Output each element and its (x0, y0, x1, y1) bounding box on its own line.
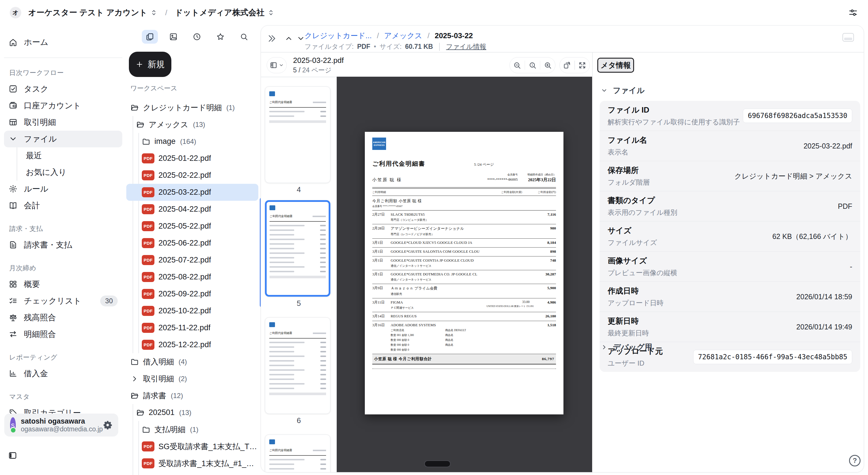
tree-item-label: 借入明細 (143, 357, 174, 367)
tree-file[interactable]: PDF2025-10-22.pdf (126, 302, 258, 319)
metadata-section-debug[interactable]: デバッグ用 (601, 342, 652, 352)
sidebar-item-ルール[interactable]: ルール (4, 181, 122, 197)
meta-value[interactable]: 696768f69826adca5a153530 (743, 109, 852, 123)
tree-folder[interactable]: クレジットカード明細(1) (126, 99, 258, 116)
mini-preview-icon[interactable] (842, 33, 854, 42)
breadcrumb-folder[interactable]: クレジットカード... (305, 31, 372, 41)
tree-file[interactable]: PDF2025-08-22.pdf (126, 269, 258, 286)
tree-folder[interactable]: image(164) (126, 133, 258, 150)
tree-folder[interactable]: 借入明細(4) (126, 353, 258, 370)
rotate-button[interactable] (560, 57, 575, 73)
sidebar-item-最近[interactable]: 最近 (4, 147, 122, 164)
workspace-avatar[interactable]: オ (10, 7, 21, 19)
sidebar-item-お気に入り[interactable]: お気に入り (4, 164, 122, 181)
statement-amount: 30,287 (530, 272, 556, 276)
sidebar-item-概要[interactable]: 概要 (4, 276, 122, 293)
tree-file[interactable]: PDF受取請求書_1末支払_#1_遅... (126, 455, 258, 472)
metadata-section-file[interactable]: ファイル (601, 85, 645, 96)
tree-file[interactable]: PDFSG受取請求書_1末支払_TN C... (126, 438, 258, 455)
breadcrumb-current: 2025-03-22 (435, 31, 473, 40)
file-info-link[interactable]: ファイル情報 (446, 42, 486, 51)
help-button[interactable]: ? (849, 455, 861, 466)
tree-file[interactable]: PDF2025-12-22.pdf (126, 336, 258, 353)
new-button-label: 新規 (148, 59, 165, 70)
workspace-selector-icon[interactable] (150, 9, 158, 17)
home-icon (9, 38, 18, 47)
sidebar-item-home[interactable]: ホーム (4, 34, 122, 51)
nav-section-label: マスタ (9, 392, 126, 401)
recent-clock-icon[interactable] (189, 30, 205, 43)
sidebar-item-ファイル[interactable]: ファイル (4, 131, 122, 147)
statement-date: 3月9日 (372, 286, 391, 291)
sidebar-item-口座アカウント[interactable]: 口座アカウント (4, 97, 122, 114)
tree-folder[interactable]: 請求書(12) (126, 387, 258, 404)
user-settings-gear-icon[interactable] (103, 420, 113, 430)
meta-row-labels: 作成日時アップロード日時 (608, 282, 663, 311)
favorites-star-icon[interactable] (212, 30, 228, 43)
sidebar-item-借入金[interactable]: 借入金 (4, 365, 122, 382)
collapse-double-chevron-icon[interactable] (267, 34, 276, 43)
tree-folder[interactable]: 支払明細(1) (126, 421, 258, 438)
tree-folder[interactable]: 202501(13) (126, 404, 258, 421)
tree-folder[interactable]: アメックス(13) (126, 116, 258, 133)
sidebar-item-請求書・支払[interactable]: 請求書・支払 (4, 237, 122, 253)
tree-file[interactable]: PDF2025-02-22.pdf (126, 167, 258, 184)
meta-value[interactable]: 72681a2c-0185-466f-99a5-43ec48a5bb85 (693, 350, 852, 364)
meta-row-labels: 保存場所フォルダ階層 (608, 161, 650, 191)
sidebar-item-取引明細[interactable]: 取引明細 (4, 114, 122, 131)
sidebar: ホーム 日次ワークフロータスク口座アカウント取引明細ファイル最近お気に入りルール… (0, 25, 126, 475)
tree-file[interactable]: PDF2025-05-22.pdf (126, 218, 258, 235)
page-thumbnail-4[interactable]: ご利用代金明細書 (265, 86, 330, 183)
zoom-out-button[interactable] (510, 57, 525, 73)
tree-file[interactable]: PDF2025-09-22.pdf (126, 286, 258, 302)
fullscreen-button[interactable] (575, 57, 590, 73)
statement-date: 3月16日 (372, 323, 391, 328)
tree-file[interactable]: PDF2025-03-22.pdf (126, 184, 258, 201)
folder-icon (130, 358, 139, 366)
tree-file[interactable]: PDF2025-01-22.pdf (126, 150, 258, 167)
sidebar-collapse-button[interactable] (8, 451, 18, 460)
drag-handle[interactable] (424, 461, 451, 467)
tree-file[interactable]: PDF2025-06-22.pdf (126, 235, 258, 251)
company-selector-icon[interactable] (267, 9, 275, 17)
meta-sublabel: 表示名 (608, 148, 647, 157)
sidebar-item-チェックリスト[interactable]: チェックリスト30 (4, 293, 122, 309)
task-icon (9, 84, 18, 93)
chevron-down-icon (601, 87, 608, 94)
workspace-name[interactable]: オーケスター テスト アカウント (28, 7, 147, 18)
page-thumbnail-5[interactable]: ご利用代金明細書 (265, 200, 330, 297)
sidebar-item-label: ルール (24, 183, 48, 195)
viewer-card: クレジットカード... / アメックス / 2025-03-22 ファイルタイプ… (260, 25, 864, 472)
pdf-icon: PDF (142, 187, 154, 197)
user-card[interactable]: s satoshi ogasawara ogasawara@dotmedia.c… (4, 414, 118, 437)
sidebar-item-タスク[interactable]: タスク (4, 81, 122, 97)
statement-amount: 4,986 (530, 300, 556, 305)
zoom-reset-button[interactable]: 1 (525, 57, 540, 73)
tree-file[interactable]: PDF2025-04-22.pdf (126, 201, 258, 218)
tree-item-label: 2025-09-22.pdf (158, 290, 211, 298)
new-button[interactable]: 新規 (129, 52, 172, 77)
next-file-button[interactable] (297, 34, 305, 43)
meta-info-button[interactable]: メタ情報 (597, 58, 634, 73)
tree-file[interactable]: PDF受取請求書_1末支払_#2_弁... (126, 472, 258, 475)
documents-view-icon[interactable] (142, 30, 158, 43)
zoom-in-button[interactable] (540, 57, 555, 73)
prev-file-button[interactable] (284, 34, 293, 43)
statement-row: 3月16日ADOBE ADOBE SYSTEMSご利用店名商品名 DEFAULT… (372, 321, 556, 354)
sidebar-item-会計[interactable]: 会計 (4, 197, 122, 214)
search-icon[interactable] (236, 30, 252, 43)
page-thumbnail-6[interactable]: ご利用代金明細書 (265, 317, 330, 414)
tree-folder[interactable]: 取引明細(2) (126, 370, 258, 387)
tree-file[interactable]: PDF2025-07-22.pdf (126, 251, 258, 269)
viewer-toolbar: 2025-03-22.pdf 5 / 24 ページ 1 メタ情報 (261, 52, 592, 77)
settings-sliders-icon[interactable] (848, 7, 858, 18)
tree-item-label: 2025-04-22.pdf (158, 205, 211, 214)
sidebar-item-明細照合[interactable]: 明細照合 (4, 326, 122, 343)
breadcrumb-subfolder[interactable]: アメックス (384, 31, 422, 41)
tree-file[interactable]: PDF2025-11-22.pdf (126, 319, 258, 336)
page-thumbnail-7[interactable]: ご利用代金明細書 (265, 435, 330, 472)
sidebar-item-残高照合[interactable]: 残高照合 (4, 309, 122, 326)
company-name[interactable]: ドットメディア株式会社 (175, 7, 265, 18)
image-view-icon[interactable] (165, 30, 181, 43)
page-layout-button[interactable] (267, 57, 287, 73)
